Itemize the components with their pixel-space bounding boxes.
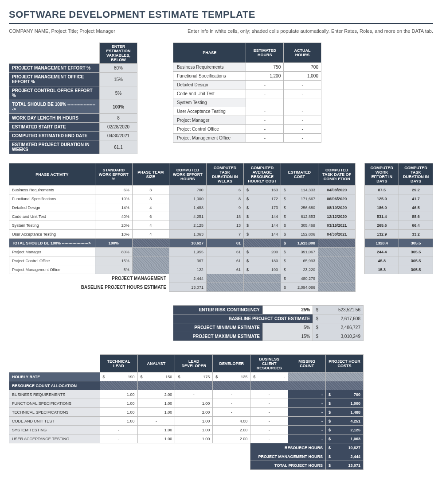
vars-header: ENTER ESTIMATION VARIABLES, BELOW bbox=[100, 43, 137, 64]
phase-activity-table: PHASE ACTIVITYSTANDARD WORK EFFORT %PHAS… bbox=[9, 163, 356, 292]
phase-hours-table: PHASE ESTIMATED HOURS ACTUAL HOURS Busin… bbox=[173, 43, 321, 143]
contingency-table: ENTER RISK CONTINGENCY 25% $523,521.56 B… bbox=[173, 305, 364, 341]
variables-table: ENTER ESTIMATION VARIABLES, BELOW PROJEC… bbox=[9, 43, 137, 154]
page-title: SOFTWARE DEVELOPMENT ESTIMATE TEMPLATE bbox=[9, 9, 433, 24]
company-line: COMPANY NAME, Project Title; Project Man… bbox=[9, 28, 115, 34]
resource-table: TECHNICAL LEADANALYSTLEAD DEVELOPERDEVEL… bbox=[9, 354, 364, 470]
instructions: Enter info in white cells, only; shaded … bbox=[188, 28, 433, 34]
computed-days-table: COMPUTED WORK EFFORT IN DAYS COMPUTED TA… bbox=[364, 163, 433, 274]
